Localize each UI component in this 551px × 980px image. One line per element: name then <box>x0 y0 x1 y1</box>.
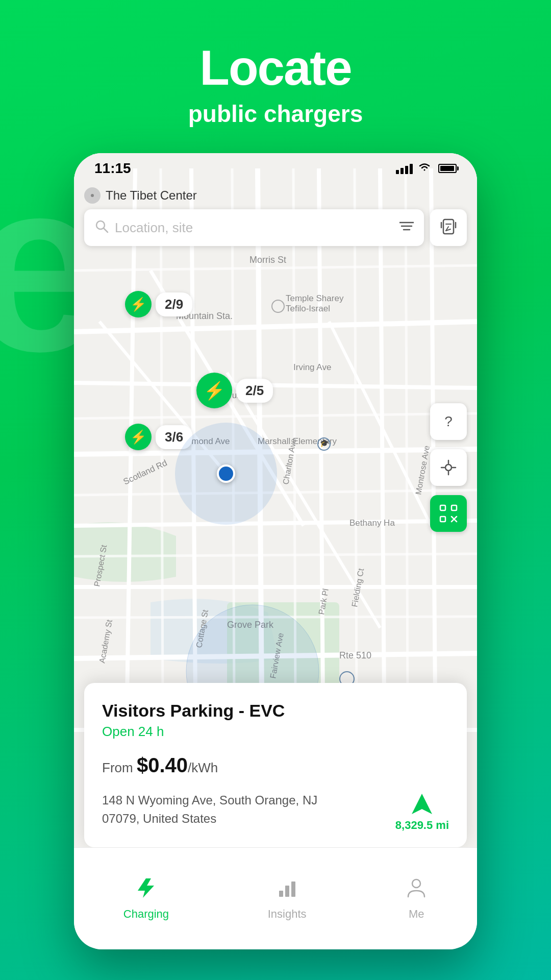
nav-distance: 8,329.5 mi <box>395 819 449 832</box>
insights-nav-label: Insights <box>268 908 307 921</box>
hero-subtitle: public chargers <box>0 100 551 128</box>
address-row: 148 N Wyoming Ave, South Orange, NJ 0707… <box>102 791 449 832</box>
station-status: Open 24 h <box>102 724 449 740</box>
search-input-container[interactable]: Location, site <box>84 209 424 246</box>
price-prefix: From <box>102 760 137 775</box>
pin-3-icon: ⚡ <box>130 429 146 445</box>
search-placeholder: Location, site <box>115 220 393 236</box>
pin-1-icon: ⚡ <box>130 297 146 312</box>
user-location <box>217 464 235 483</box>
phone-frame: Morris St Mountain Sta. Irving Ave Turre… <box>74 153 477 949</box>
hero-section: Locate public chargers <box>0 0 551 148</box>
svg-point-69 <box>445 464 452 471</box>
pin-1-label: 2/9 <box>156 292 192 316</box>
svg-marker-80 <box>138 878 154 898</box>
wifi-icon <box>418 162 431 175</box>
svg-rect-74 <box>440 505 445 510</box>
me-nav-label: Me <box>409 908 424 921</box>
charging-pin-2[interactable]: ⚡ 2/5 <box>196 373 273 408</box>
pin-2-label: 2/5 <box>236 379 273 403</box>
location-button[interactable] <box>430 449 467 486</box>
svg-rect-82 <box>285 886 289 897</box>
svg-text:Morris St: Morris St <box>249 255 286 265</box>
status-icons <box>396 162 457 175</box>
svg-rect-81 <box>279 891 283 897</box>
price-row: From $0.40/kWh <box>102 754 449 777</box>
insights-nav-icon <box>276 876 298 903</box>
svg-text:Irving Ave: Irving Ave <box>293 362 331 372</box>
svg-rect-75 <box>452 505 457 510</box>
station-name: Visitors Parking - EVC <box>102 701 449 721</box>
nav-item-me[interactable]: Me <box>405 876 428 921</box>
svg-text:Bethany Ha: Bethany Ha <box>349 518 395 528</box>
svg-point-84 <box>412 879 420 888</box>
charging-nav-icon <box>135 876 157 903</box>
charging-nav-label: Charging <box>123 908 169 921</box>
svg-point-57 <box>91 194 94 197</box>
scan-button[interactable] <box>430 495 467 532</box>
address-line1: 148 N Wyoming Ave, South Orange, NJ <box>102 793 317 807</box>
location-bar: The Tibet Center <box>84 183 467 208</box>
bottom-nav: Charging Insights Me <box>74 847 477 949</box>
station-address: 148 N Wyoming Ave, South Orange, NJ 0707… <box>102 791 395 828</box>
signal-icon <box>396 163 413 174</box>
location-name: The Tibet Center <box>106 188 197 203</box>
pin-3-circle: ⚡ <box>125 424 152 450</box>
svg-text:🎓: 🎓 <box>320 439 329 448</box>
price-unit: /kWh <box>188 760 218 775</box>
navigation-button[interactable]: 8,329.5 mi <box>395 791 449 832</box>
address-line2: 07079, United States <box>102 812 216 825</box>
nav-item-charging[interactable]: Charging <box>123 876 169 921</box>
battery-icon <box>438 164 457 173</box>
hero-title: Locate <box>0 41 551 95</box>
location-pin-icon <box>84 187 101 204</box>
svg-text:Tefilo-Israel: Tefilo-Israel <box>286 304 330 313</box>
status-time: 11:15 <box>94 160 131 177</box>
price-value: $0.40 <box>137 754 188 776</box>
pin-2-circle: ⚡ <box>196 373 232 408</box>
charging-pin-1[interactable]: ⚡ 2/9 <box>125 291 192 317</box>
me-nav-icon <box>405 876 428 903</box>
help-button[interactable]: ? <box>430 403 467 440</box>
charger-button[interactable] <box>430 209 467 246</box>
svg-rect-76 <box>440 517 445 522</box>
user-dot-inner <box>217 464 235 483</box>
svg-marker-79 <box>412 794 432 814</box>
svg-text:Rte 510: Rte 510 <box>339 650 371 660</box>
nav-item-insights[interactable]: Insights <box>268 876 307 921</box>
search-bar-row: Location, site <box>84 209 467 246</box>
search-icon <box>94 219 109 237</box>
svg-line-59 <box>104 228 108 232</box>
filter-icon[interactable] <box>399 220 414 235</box>
pin-1-circle: ⚡ <box>125 291 152 317</box>
svg-rect-83 <box>291 881 295 897</box>
status-bar: 11:15 <box>74 153 477 184</box>
station-card: Visitors Parking - EVC Open 24 h From $0… <box>84 683 467 847</box>
pin-2-icon: ⚡ <box>204 380 225 401</box>
svg-text:Temple Sharey: Temple Sharey <box>286 293 344 303</box>
